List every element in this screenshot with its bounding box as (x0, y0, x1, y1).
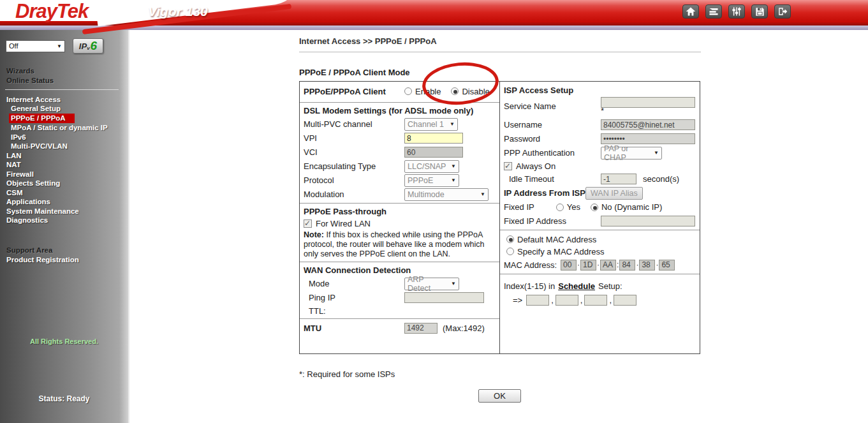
sidebar-item-general-setup[interactable]: General Setup (6, 104, 128, 113)
separator (300, 102, 499, 103)
ok-button[interactable]: OK (478, 389, 521, 403)
mac-octet-input[interactable] (659, 260, 675, 271)
encap-type-label: Encapsulating Type (304, 161, 404, 171)
sidebar-item-mpoa[interactable]: MPoA / Static or dynamic IP (6, 123, 128, 132)
enable-radio[interactable] (404, 87, 412, 95)
service-name-label: Service Name (504, 97, 601, 111)
service-name-input[interactable] (601, 97, 695, 108)
isp-access-title: ISP Access Setup (504, 85, 696, 95)
ipv6-mode-select[interactable]: Off ▼ (6, 40, 65, 52)
sidebar-item-objects-setting[interactable]: Objects Setting (6, 179, 128, 188)
logout-icon[interactable] (774, 4, 791, 19)
sidebar-item-product-registration[interactable]: Product Registration (6, 255, 128, 264)
ppp-auth-select[interactable]: PAP or CHAP▼ (601, 147, 662, 160)
idle-timeout-unit: second(s) (643, 174, 679, 184)
idle-timeout-input[interactable] (601, 174, 636, 184)
status-text: Status: Ready (0, 394, 128, 403)
mac-octet-input[interactable] (561, 260, 577, 271)
separator (300, 203, 499, 204)
mtu-input[interactable] (404, 323, 438, 334)
password-label: Password (504, 134, 601, 144)
encap-type-select[interactable]: LLC/SNAP▼ (404, 160, 459, 173)
mac-octet-input[interactable] (639, 260, 655, 271)
ip-from-isp-label: IP Address From ISP (504, 188, 585, 198)
chevron-down-icon: ▼ (451, 177, 456, 183)
page-title: PPPoE / PPPoA Client Mode (299, 68, 701, 77)
sliders-icon[interactable] (728, 4, 745, 19)
mac-octet-input[interactable] (580, 260, 596, 271)
model-name: Vigor 130 (148, 4, 208, 19)
wan-mode-label: Mode (304, 279, 404, 288)
ipv6-mode-value: Off (9, 42, 18, 50)
ping-ip-input[interactable] (404, 292, 484, 303)
sidebar-item-multi-pvc-vlan[interactable]: Multi-PVC/VLAN (6, 142, 128, 151)
multi-pvc-select[interactable]: Channel 1▼ (404, 118, 458, 131)
sidebar-item-pppoe-pppoa[interactable]: PPPoE / PPPoA (6, 114, 128, 123)
sidebar-item-support-area[interactable]: Support Area (6, 246, 128, 255)
wan-mode-select[interactable]: ARP Detect▼ (404, 278, 459, 290)
schedule-index-input[interactable] (555, 295, 578, 306)
modulation-select[interactable]: Multimode▼ (404, 188, 489, 201)
fixed-ip-yes-radio[interactable] (556, 204, 564, 211)
ppp-auth-label: PPP Authentication (504, 148, 601, 158)
default-mac-radio[interactable] (506, 235, 514, 243)
vci-input[interactable] (404, 147, 463, 158)
rights-reserved-text: All Rights Reserved. (0, 338, 128, 345)
schedule-index-input[interactable] (526, 295, 549, 306)
sidebar-item-firewall[interactable]: Firewall (6, 170, 128, 179)
mac-octet-input[interactable] (619, 260, 635, 271)
multi-pvc-label: Multi-PVC channel (304, 119, 404, 129)
sidebar-item-internet-access[interactable]: Internet Access (6, 95, 128, 104)
ttl-label: TTL: (304, 306, 404, 316)
breadcrumb-divider (299, 52, 701, 52)
main-area: Internet Access >> PPPoE / PPPoA PPPoE /… (129, 30, 868, 423)
header-toolbar (682, 4, 791, 19)
schedule-index-input[interactable] (614, 295, 636, 306)
sidebar-item-lan[interactable]: LAN (6, 151, 128, 160)
mtu-label: MTU (304, 323, 404, 333)
sidebar-item-ipv6[interactable]: IPv6 (6, 133, 128, 142)
schedule-index-input[interactable] (584, 295, 607, 306)
ipv6-button[interactable]: IPv6 (73, 38, 103, 54)
always-on-checkbox[interactable] (504, 162, 512, 170)
disable-radio[interactable] (451, 87, 459, 95)
vpi-input[interactable] (404, 133, 463, 144)
sidebar-item-wizards[interactable]: Wizards (6, 66, 128, 75)
sidebar-top-controls: Off ▼ IPv6 (0, 30, 128, 54)
fixed-ip-address-input[interactable] (601, 216, 695, 226)
password-input[interactable] (601, 133, 695, 144)
vci-label: VCI (304, 147, 404, 157)
sidebar-item-diagnostics[interactable]: Diagnostics (6, 216, 128, 225)
separator (300, 318, 499, 319)
right-column: ISP Access Setup Service Name * Username… (499, 82, 700, 353)
pppoe-passthrough-title: PPPoE Pass-through (304, 207, 496, 216)
sidebar-item-csm[interactable]: CSM (6, 188, 128, 197)
sidebar: Off ▼ IPv6 Wizards Online Status Interne… (0, 30, 129, 423)
save-icon[interactable] (751, 4, 768, 19)
wired-lan-label: For Wired LAN (316, 219, 371, 228)
protocol-select[interactable]: PPPoE▼ (404, 174, 459, 187)
schedule-link[interactable]: Schedule (558, 281, 595, 291)
wired-lan-checkbox[interactable] (304, 219, 312, 228)
chevron-down-icon: ▼ (654, 150, 659, 156)
separator (500, 230, 700, 230)
fixed-ip-no-radio[interactable] (591, 204, 598, 211)
home-icon[interactable] (682, 4, 699, 19)
sidebar-item-system-maintenance[interactable]: System Maintenance (6, 207, 128, 216)
sidebar-item-applications[interactable]: Applications (6, 197, 128, 206)
specify-mac-radio[interactable] (506, 248, 514, 255)
status-icon[interactable] (705, 4, 722, 19)
footnote: *: Required for some ISPs (299, 369, 701, 379)
sidebar-item-online-status[interactable]: Online Status (6, 76, 128, 85)
config-panel: PPPoE/PPPoA Client Enable Disable DSL Mo… (299, 81, 700, 354)
mac-octet-input[interactable] (600, 260, 616, 271)
wan-ip-alias-button[interactable]: WAN IP Alias (585, 187, 643, 200)
username-label: Username (504, 120, 601, 130)
required-asterisk: * (601, 108, 695, 114)
sidebar-item-nat[interactable]: NAT (6, 160, 128, 169)
wan-detect-title: WAN Connection Detection (304, 265, 496, 275)
username-input[interactable] (601, 119, 695, 130)
separator (300, 262, 499, 262)
fixed-ip-no-label: No (Dynamic IP) (601, 202, 662, 212)
chevron-down-icon: ▼ (480, 191, 485, 197)
